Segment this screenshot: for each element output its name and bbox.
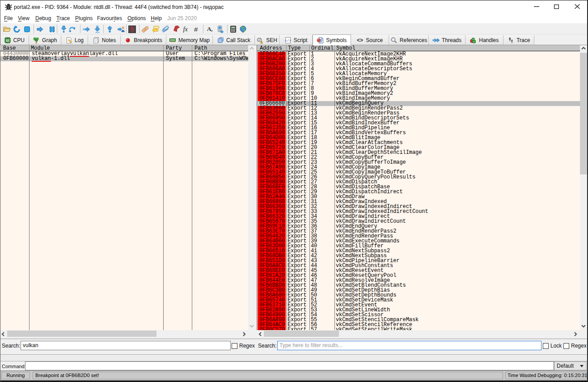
svg-text:fx: fx bbox=[183, 26, 188, 33]
svg-text:z: z bbox=[211, 29, 213, 33]
svg-text:S: S bbox=[131, 26, 134, 33]
svg-text:32: 32 bbox=[6, 39, 9, 42]
svg-text:</>: </> bbox=[284, 38, 291, 42]
svg-text:#: # bbox=[194, 25, 198, 33]
svg-text:<>: <> bbox=[357, 37, 363, 43]
